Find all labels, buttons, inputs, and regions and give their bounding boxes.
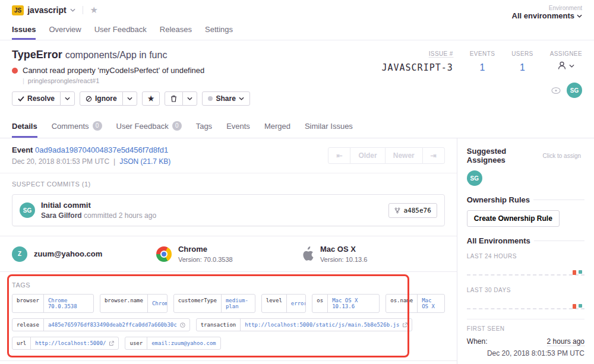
tab-user-feedback[interactable]: User Feedback0 (116, 116, 182, 138)
tab-comments[interactable]: Comments0 (52, 116, 102, 138)
tab-events[interactable]: Events (226, 116, 250, 138)
comments-count-badge: 0 (93, 121, 102, 131)
tag-os-name: os.nameMac OS X (386, 294, 445, 313)
nav-issues[interactable]: Issues (12, 25, 36, 40)
chevron-down-icon[interactable] (70, 8, 75, 12)
suspect-commits-section: SUSPECT COMMITS (1) SG Initial commit Sa… (0, 173, 457, 236)
issue-number-value: JAVASCRIPT-3 (381, 62, 453, 73)
trash-icon (170, 95, 177, 102)
tag-browser-name: browser.nameChrome (100, 294, 168, 313)
delete-button[interactable] (165, 91, 183, 106)
sparkline-release-marker (579, 270, 582, 274)
os-name: Mac OS X (320, 245, 368, 254)
project-name[interactable]: javascript (27, 5, 66, 15)
external-link-icon[interactable] (402, 322, 407, 328)
first-seen-title: FIRST SEEN (467, 325, 584, 332)
issue-header: TypeError components/App in func Cannot … (0, 40, 594, 138)
browser-version: Version: 70.0.3538 (178, 256, 233, 263)
last-30-days-label: LAST 30 DAYS (467, 287, 584, 293)
tags-title: TAGS (12, 281, 445, 289)
newer-event-button[interactable]: Newer (385, 147, 423, 164)
first-seen-when-label: When: (467, 337, 488, 346)
events-label: EVENTS (470, 50, 495, 57)
project-nav: Issues Overview User Feedback Releases S… (12, 25, 582, 40)
events-sparkline-30d (467, 293, 584, 313)
assignee-selector[interactable] (550, 61, 582, 70)
tags-section: TAGS browserChrome 70.0.3538 browser.nam… (0, 272, 457, 361)
event-contexts: Z zuum@yahoo.com Chrome Version: 70.0.35… (0, 236, 457, 272)
project-platform-badge: JS (12, 5, 24, 15)
tab-merged[interactable]: Merged (264, 116, 290, 138)
tag-transaction: transactionhttp://localhost:5000/static/… (196, 318, 413, 331)
browser-name: Chrome (178, 245, 233, 254)
all-environments-title: All Environments (467, 236, 530, 245)
issue-number-label: ISSUE # (429, 50, 453, 58)
tab-tags[interactable]: Tags (196, 116, 212, 138)
tab-details[interactable]: Details (12, 116, 37, 138)
newest-event-button[interactable]: ⇥ (422, 147, 445, 164)
environment-selector[interactable]: Environment All environments (512, 5, 582, 20)
issue-sidebar: Suggested Assignees Click to assign SG O… (457, 138, 594, 364)
issue-culprit: components/App in func (65, 50, 168, 60)
users-count[interactable]: 1 (511, 62, 533, 73)
last-24-hours-label: LAST 24 HOURS (467, 253, 584, 259)
seen-by-avatar[interactable]: SG (567, 83, 582, 98)
error-level-dot (12, 68, 18, 74)
clock-icon (180, 322, 185, 328)
bookmark-star-icon[interactable]: ★ (90, 5, 98, 15)
context-os: Mac OS X Version: 10.13.6 (301, 245, 445, 263)
assignee-label: ASSIGNEE (550, 50, 582, 57)
star-icon: ★ (148, 94, 154, 103)
check-icon (18, 96, 24, 102)
first-seen-when-value: 2 hours ago (547, 337, 584, 346)
context-user: Z zuum@yahoo.com (12, 245, 156, 263)
oldest-event-button[interactable]: ⇤ (328, 147, 350, 164)
older-event-button[interactable]: Older (350, 147, 385, 164)
tag-release: releasea485e765976df833490deab2ffca0dd7a… (12, 318, 190, 331)
issue-actions: Resolve Ignore ★ (12, 91, 250, 106)
suggested-assignee-avatar[interactable]: SG (467, 170, 482, 186)
click-to-assign-hint: Click to assign (543, 153, 581, 159)
app-header: JS javascript ★ Environment All environm… (0, 0, 594, 40)
events-count[interactable]: 1 (470, 62, 495, 73)
person-icon (557, 61, 567, 70)
event-toolbar: Event 0ad9ada198704004837e5d456f7d8fd1 D… (0, 138, 457, 173)
event-pagination: ⇤ Older Newer ⇥ (328, 147, 445, 164)
commit-sha-button[interactable]: a485e76 (388, 203, 437, 218)
ignore-dropdown-button[interactable] (122, 91, 137, 106)
users-label: USERS (511, 50, 533, 57)
issue-annotation[interactable]: pringlesprongles/react#1 (28, 77, 99, 84)
sparkline-baseline (467, 308, 584, 309)
nav-user-feedback[interactable]: User Feedback (94, 25, 147, 40)
stat-issue-number: ISSUE # JAVASCRIPT-3 (381, 49, 453, 73)
resolve-button[interactable]: Resolve (12, 91, 61, 106)
bookmark-button[interactable]: ★ (142, 91, 160, 106)
nav-overview[interactable]: Overview (49, 25, 81, 40)
event-id-link[interactable]: 0ad9ada198704004837e5d456f7d8fd1 (35, 145, 168, 154)
tag-os: osMac OS X 10.13.6 (312, 294, 380, 313)
share-button[interactable]: Share (202, 91, 249, 106)
environment-value[interactable]: All environments (512, 11, 574, 20)
context-browser: Chrome Version: 70.0.3538 (156, 245, 301, 263)
issue-summary: TypeError components/App in func Cannot … (12, 49, 250, 114)
resolve-dropdown-button[interactable] (60, 91, 75, 106)
ignore-button[interactable]: Ignore (80, 91, 123, 106)
project-selector[interactable]: JS javascript ★ (12, 5, 98, 15)
commit-author-avatar: SG (20, 202, 35, 218)
chevron-down-icon[interactable] (577, 14, 582, 18)
external-link-icon[interactable] (109, 341, 114, 346)
feedback-count-badge: 0 (172, 121, 182, 131)
create-ownership-rule-button[interactable]: Create Ownership Rule (467, 210, 560, 227)
tag-user: useremail:zuum@yahoo.com (125, 337, 220, 350)
nav-settings[interactable]: Settings (205, 25, 233, 40)
stat-assignee: ASSIGNEE (550, 49, 582, 70)
nav-releases[interactable]: Releases (160, 25, 192, 40)
event-json-link[interactable]: JSON (21.7 KB) (119, 157, 170, 166)
tag-browser: browserChrome 70.0.3538 (12, 294, 94, 313)
issue-detail-tabs: Details Comments0 User Feedback0 Tags Ev… (12, 116, 582, 138)
tag-row: urlhttp://localhost:5000/ useremail:zuum… (12, 337, 445, 350)
delete-dropdown-button[interactable] (182, 91, 197, 106)
event-label: Event (12, 145, 33, 154)
tab-similar-issues[interactable]: Similar Issues (305, 116, 353, 138)
sparkline-event-bar (573, 304, 576, 309)
